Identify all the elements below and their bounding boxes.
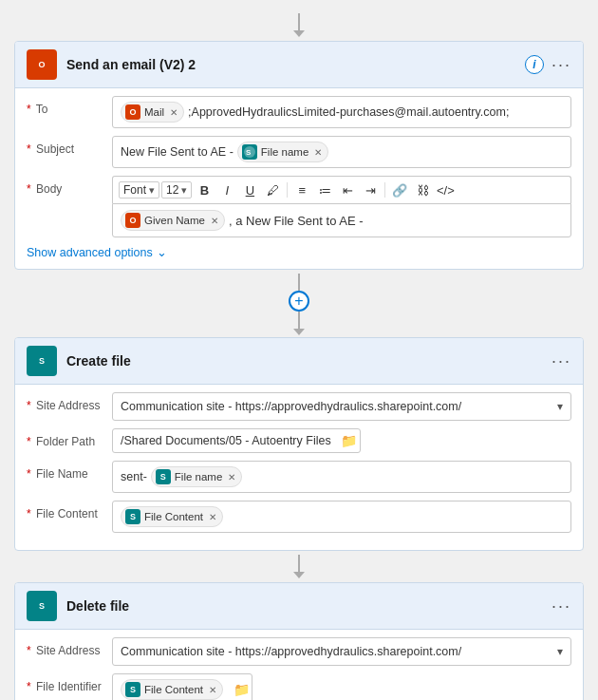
site-address-row: * Site Address Communication site - http… — [27, 392, 571, 421]
folder-path-value: /Shared Documents/05 - Autoentry Files — [121, 434, 331, 447]
site-address-input[interactable]: Communication site - https://approvedhyd… — [112, 392, 571, 421]
subject-prefix-text: New File Sent to AE - — [121, 145, 234, 159]
underline-button[interactable]: U — [239, 180, 260, 200]
email-card: O Send an email (V2) 2 i ··· * To O Mail… — [14, 41, 584, 270]
body-input-area: Font ▾ 12 ▾ B I U 🖊 ≡ ≔ ⇤ ⇥ — [112, 176, 571, 237]
file-identifier-browse-button[interactable]: 📁 — [231, 679, 252, 700]
to-suffix-text: ;ApprovedHydraulicsLimited-purchases@mai… — [188, 105, 509, 119]
subject-input[interactable]: New File Sent to AE - S File name ✕ — [112, 136, 571, 168]
delete-file-more-button[interactable]: ··· — [551, 596, 571, 616]
bullet-list-button[interactable]: ≡ — [291, 180, 312, 200]
to-token-close[interactable]: ✕ — [170, 107, 178, 118]
file-name-input[interactable]: sent- S File name ✕ — [112, 461, 571, 493]
file-identifier-token: S File Content ✕ — [121, 679, 223, 700]
show-advanced-chevron: ⌄ — [157, 245, 167, 259]
sharepoint-svg: S — [242, 144, 257, 160]
font-size-value: 12 — [166, 183, 178, 197]
file-identifier-token-close[interactable]: ✕ — [209, 685, 216, 695]
file-content-row: * File Content S File Content ✕ — [27, 501, 571, 533]
bold-button[interactable]: B — [194, 180, 215, 200]
bottom-arrow-down — [293, 572, 305, 578]
font-size-chevron-icon: ▾ — [181, 184, 187, 197]
email-card-actions: i ··· — [525, 55, 571, 75]
unlink-button[interactable]: ⛓ — [412, 180, 433, 200]
file-content-token-label: File Content — [144, 511, 203, 522]
highlight-button[interactable]: 🖊 — [262, 180, 283, 200]
file-identifier-input[interactable]: S File Content ✕ 📁 — [112, 673, 252, 700]
font-selector[interactable]: Font ▾ — [119, 181, 159, 199]
email-card-icon: O — [27, 49, 57, 80]
create-file-card: S Create file ··· * Site Address Communi… — [14, 337, 584, 551]
delete-file-title: Delete file — [66, 598, 551, 614]
body-toolbar: Font ▾ 12 ▾ B I U 🖊 ≡ ≔ ⇤ ⇥ — [112, 176, 571, 203]
body-token-close[interactable]: ✕ — [211, 216, 218, 226]
site-address-label: * Site Address — [27, 392, 112, 412]
folder-browse-button[interactable]: 📁 — [339, 430, 360, 451]
file-name-token: S File name ✕ — [151, 466, 243, 487]
increase-indent-button[interactable]: ⇥ — [360, 180, 381, 200]
font-label: Font — [123, 183, 146, 197]
connector-line-top — [298, 274, 300, 291]
body-token: O Given Name ✕ — [121, 210, 225, 231]
file-content-input[interactable]: S File Content ✕ — [112, 501, 571, 533]
email-more-button[interactable]: ··· — [551, 55, 571, 75]
toolbar-divider-1 — [287, 182, 288, 198]
delete-site-address-value: Communication site - https://approvedhyd… — [121, 645, 461, 658]
to-field-row: * To O Mail ✕ ;ApprovedHydraulicsLimited… — [27, 96, 571, 128]
email-card-title: Send an email (V2) 2 — [66, 57, 525, 72]
font-size-selector[interactable]: 12 ▾ — [161, 181, 192, 199]
to-token-icon: O — [125, 104, 140, 120]
folder-path-input[interactable]: /Shared Documents/05 - Autoentry Files 📁 — [112, 428, 361, 453]
folder-path-inner: /Shared Documents/05 - Autoentry Files — [113, 429, 339, 452]
add-step-button[interactable]: + — [289, 291, 309, 312]
body-field-row: * Body Font ▾ 12 ▾ B I U 🖊 — [27, 176, 571, 237]
toolbar-divider-2 — [384, 182, 385, 198]
delete-site-address-row: * Site Address Communication site - http… — [27, 637, 571, 666]
file-name-token-close[interactable]: ✕ — [228, 472, 235, 482]
to-token-label: Mail — [144, 106, 164, 118]
file-name-label: * File Name — [27, 461, 112, 481]
file-content-token-close[interactable]: ✕ — [209, 512, 216, 522]
delete-site-address-label: * Site Address — [27, 637, 112, 657]
create-file-more-button[interactable]: ··· — [551, 351, 571, 371]
delete-site-address-input[interactable]: Communication site - https://approvedhyd… — [112, 637, 571, 666]
decrease-indent-button[interactable]: ⇤ — [337, 180, 358, 200]
middle-arrow-down — [293, 329, 305, 335]
italic-button[interactable]: I — [216, 180, 237, 200]
to-input[interactable]: O Mail ✕ ;ApprovedHydraulicsLimited-purc… — [112, 96, 571, 128]
file-content-label: * File Content — [27, 501, 112, 520]
connector-line-bottom — [298, 312, 300, 329]
connector-line — [298, 13, 300, 30]
create-file-card-icon: S — [27, 346, 57, 376]
to-label: * To — [27, 96, 112, 116]
subject-field-row: * Subject New File Sent to AE - S File n… — [27, 136, 571, 168]
file-identifier-row: * File Identifier S File Content ✕ 📁 — [27, 673, 571, 700]
body-token-label: Given Name — [144, 215, 205, 226]
folder-path-label: * Folder Path — [27, 428, 112, 448]
subject-token-close[interactable]: ✕ — [314, 147, 322, 158]
bottom-connector — [14, 555, 584, 578]
email-card-header: O Send an email (V2) 2 i ··· — [15, 42, 583, 88]
show-advanced-label: Show advanced options — [27, 246, 153, 259]
to-required-star: * — [27, 103, 31, 116]
link-button[interactable]: 🔗 — [389, 180, 410, 200]
file-name-prefix: sent- — [121, 470, 147, 483]
body-content[interactable]: O Given Name ✕ , a New File Sent to AE - — [112, 203, 571, 237]
show-advanced-options[interactable]: Show advanced options ⌄ — [27, 245, 571, 259]
office-icon-text: O — [38, 60, 45, 69]
top-connector — [14, 13, 584, 37]
body-suffix-text: , a New File Sent to AE - — [229, 214, 364, 228]
subject-label: * Subject — [27, 136, 112, 156]
site-address-value: Communication site - https://approvedhyd… — [121, 400, 461, 413]
file-identifier-token-icon: S — [125, 682, 140, 697]
body-required-star: * — [27, 182, 31, 196]
email-info-button[interactable]: i — [525, 55, 544, 74]
delete-file-actions: ··· — [551, 596, 571, 616]
file-identifier-label: * File Identifier — [27, 673, 112, 693]
numbered-list-button[interactable]: ≔ — [314, 180, 335, 200]
delete-file-body: * Site Address Communication site - http… — [15, 630, 583, 700]
delete-sharepoint-icon-text: S — [39, 601, 45, 611]
subject-required-star: * — [27, 142, 31, 156]
email-card-body: * To O Mail ✕ ;ApprovedHydraulicsLimited… — [15, 88, 583, 269]
code-button[interactable]: </> — [435, 180, 456, 200]
